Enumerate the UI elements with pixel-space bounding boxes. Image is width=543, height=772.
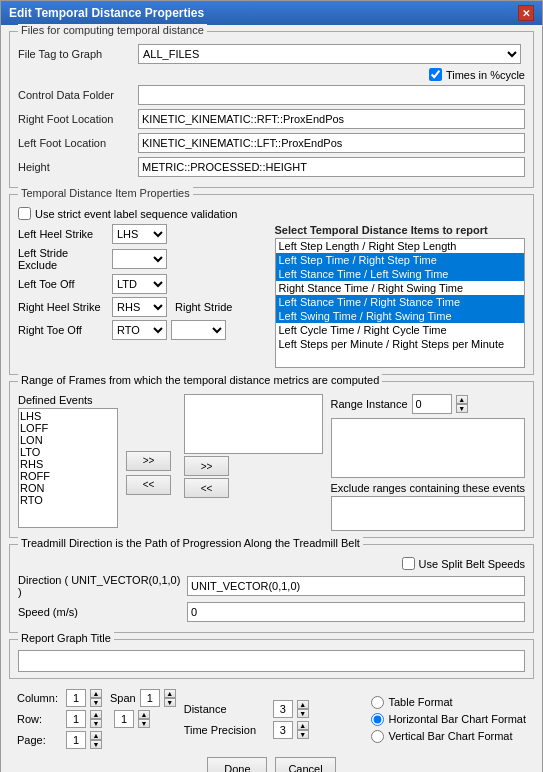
speed-label: Speed (m/s) [18,606,183,618]
column-label: Column: [17,692,62,704]
horizontal-bar-row: Horizontal Bar Chart Format [371,713,526,726]
close-button[interactable]: ✕ [518,5,534,21]
direction-input[interactable] [187,576,525,596]
control-folder-input[interactable] [138,85,525,105]
time-precision-input[interactable] [273,721,293,739]
event-ROFF[interactable]: ROFF [20,470,116,482]
event-RTO[interactable]: RTO [20,494,116,506]
left-heel-select[interactable]: LHS [112,224,167,244]
table-format-radio[interactable] [371,696,384,709]
event-LHS[interactable]: LHS [20,410,116,422]
event-RON[interactable]: RON [20,482,116,494]
distance-up[interactable]: ▲ [297,700,309,709]
tdip-items-list[interactable]: Left Step Length / Right Step Length Lef… [275,238,526,368]
time-down[interactable]: ▼ [297,730,309,739]
page-label: Page: [17,734,62,746]
split-belt-label: Use Split Belt Speeds [419,558,525,570]
right-toe-select[interactable]: RTO [112,320,167,340]
tdip-item-3[interactable]: Right Stance Time / Right Swing Time [276,281,525,295]
row-span-down[interactable]: ▼ [138,719,150,728]
vertical-bar-row: Vertical Bar Chart Format [371,730,526,743]
left-stride-row: Left Stride Exclude [18,247,269,271]
range-instance-row: Range Instance ▲ ▼ [331,394,525,414]
tdip-item-5[interactable]: Left Swing Time / Right Swing Time [276,309,525,323]
row-span-up[interactable]: ▲ [138,710,150,719]
row-span-input[interactable] [114,710,134,728]
table-format-row: Table Format [371,696,526,709]
bottom-controls: Column: ▲ ▼ Span ▲ ▼ Row: [9,685,534,753]
column-value-input[interactable] [66,689,86,707]
add-range-button[interactable]: >> [126,451,171,471]
range-instance-listbox[interactable] [331,418,525,478]
report-title: Report Graph Title [18,632,114,644]
column-up[interactable]: ▲ [90,689,102,698]
times-check-row: Times in %cycle [18,68,525,81]
right-foot-input[interactable] [138,109,525,129]
add-exclude-button[interactable]: >> [184,456,229,476]
range-instance-up[interactable]: ▲ [456,395,468,404]
tdip-item-0[interactable]: Left Step Length / Right Step Length [276,239,525,253]
files-group: Files for computing temporal distance Fi… [9,31,534,188]
done-button[interactable]: Done [207,757,267,772]
row-up[interactable]: ▲ [90,710,102,719]
vertical-bar-radio[interactable] [371,730,384,743]
column-span-up[interactable]: ▲ [164,689,176,698]
right-stride-select[interactable] [171,320,226,340]
tdip-item-2[interactable]: Left Stance Time / Left Swing Time [276,267,525,281]
distance-down[interactable]: ▼ [297,709,309,718]
times-checkbox[interactable] [429,68,442,81]
selected-ranges-listbox[interactable] [184,394,323,454]
strict-checkbox[interactable] [18,207,31,220]
column-span-down[interactable]: ▼ [164,698,176,707]
time-up[interactable]: ▲ [297,721,309,730]
left-stride-label: Left Stride Exclude [18,247,108,271]
speed-row: Speed (m/s) [18,602,525,622]
tdip-item-4[interactable]: Left Stance Time / Right Stance Time [276,295,525,309]
remove-range-button[interactable]: << [126,475,171,495]
height-input[interactable] [138,157,525,177]
event-RHS[interactable]: RHS [20,458,116,470]
vertical-bar-label: Vertical Bar Chart Format [388,730,512,742]
range-title: Range of Frames from which the temporal … [18,374,382,386]
exclude-listbox[interactable] [331,496,525,531]
left-toe-row: Left Toe Off LTD [18,274,269,294]
row-span-spinners: ▲ ▼ [138,710,150,728]
window-title: Edit Temporal Distance Properties [9,6,204,20]
speed-input[interactable] [187,602,525,622]
event-LON[interactable]: LON [20,434,116,446]
column-span-spinners: ▲ ▼ [164,689,176,707]
page-value-input[interactable] [66,731,86,749]
right-heel-select[interactable]: RHS [112,297,167,317]
tdip-item-1[interactable]: Left Step Time / Right Step Time [276,253,525,267]
split-belt-checkbox[interactable] [402,557,415,570]
left-toe-select[interactable]: LTD [112,274,167,294]
row-down[interactable]: ▼ [90,719,102,728]
column-down[interactable]: ▼ [90,698,102,707]
horizontal-bar-radio[interactable] [371,713,384,726]
range-instance-down[interactable]: ▼ [456,404,468,413]
main-window: Edit Temporal Distance Properties ✕ File… [0,0,543,772]
left-stride-select[interactable] [112,249,167,269]
page-down[interactable]: ▼ [90,740,102,749]
event-LTO[interactable]: LTO [20,446,116,458]
page-up[interactable]: ▲ [90,731,102,740]
event-LOFF[interactable]: LOFF [20,422,116,434]
cancel-button[interactable]: Cancel [275,757,335,772]
file-tag-row: File Tag to Graph ALL_FILES [18,44,525,64]
times-label: Times in %cycle [446,69,525,81]
height-row: Height [18,157,525,177]
row-spinners: ▲ ▼ [90,710,102,728]
left-foot-input[interactable] [138,133,525,153]
range-instance-input[interactable] [412,394,452,414]
split-belt-row: Use Split Belt Speeds [402,557,525,570]
distance-input[interactable] [273,700,293,718]
remove-exclude-button[interactable]: << [184,478,229,498]
row-value-input[interactable] [66,710,86,728]
treadmill-top-row: Use Split Belt Speeds [18,557,525,570]
tdip-item-6[interactable]: Left Cycle Time / Right Cycle Time [276,323,525,337]
column-span-input[interactable] [140,689,160,707]
tdip-item-7[interactable]: Left Steps per Minute / Right Steps per … [276,337,525,351]
report-graph-input[interactable] [18,650,525,672]
file-tag-select[interactable]: ALL_FILES [138,44,521,64]
events-listbox[interactable]: LHS LOFF LON LTO RHS ROFF RON RTO [18,408,118,528]
